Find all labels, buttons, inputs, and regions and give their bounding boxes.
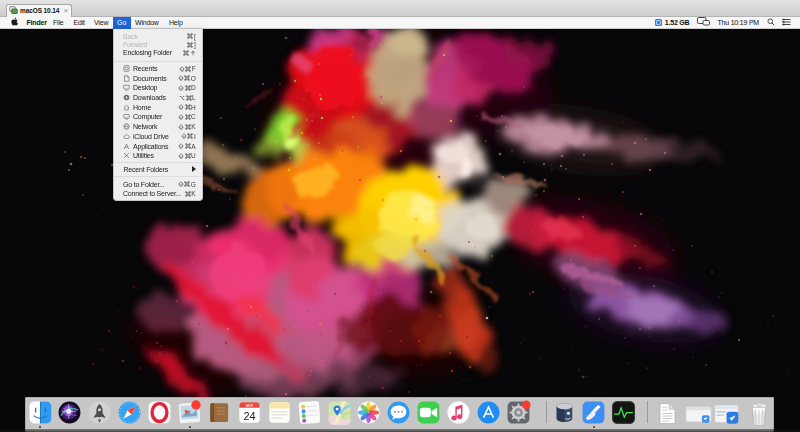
svg-text:24: 24 (243, 410, 255, 422)
svg-text:SEP: SEP (245, 403, 253, 408)
